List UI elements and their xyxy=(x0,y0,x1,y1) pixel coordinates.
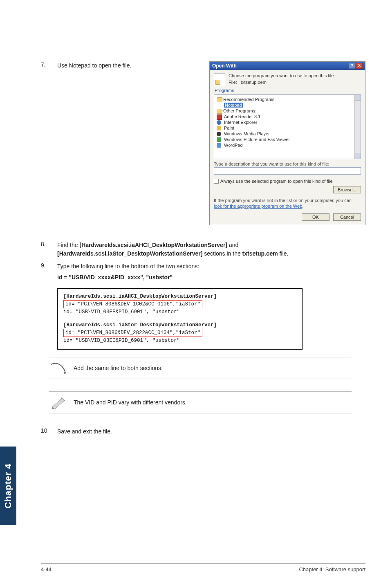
chapter-side-tab: Chapter 4 xyxy=(0,447,16,525)
description-input[interactable] xyxy=(214,167,361,175)
code-line-highlighted: id= "PCI\VEN_8086&DEV_1C02&CC_0106","iaS… xyxy=(63,300,202,308)
scrollbar[interactable] xyxy=(354,95,361,159)
always-use-checkbox[interactable] xyxy=(214,179,219,184)
code-line: id= "USB\VID_03EE&PID_6901", "usbstor" xyxy=(63,337,296,344)
program-list[interactable]: Recommended Programs: Notepad Other Prog… xyxy=(214,94,361,159)
step10-number: 10. xyxy=(41,427,57,436)
program-wordpad[interactable]: WordPad xyxy=(217,142,358,148)
program-adobe[interactable]: Adobe Reader 8.1 xyxy=(217,114,358,119)
program-notepad[interactable]: Notepad xyxy=(217,102,358,108)
pencil-icon xyxy=(49,395,68,410)
step7-text: Use Notepad to open the file. xyxy=(57,61,180,70)
note-text: Add the same line to both sections. xyxy=(74,365,163,371)
description-label: Type a description that you want to use … xyxy=(214,162,361,166)
note-text: The VID and PID vary with different vend… xyxy=(74,399,187,406)
dialog-instruction: Choose the program you want to use to op… xyxy=(229,73,335,78)
code-line: [HardwareIds.scsi.iaAHCI_DesktopWorkstat… xyxy=(63,293,296,300)
page-footer: 4-44 Chapter 4: Software support xyxy=(41,563,365,572)
recommended-programs-header: Recommended Programs: xyxy=(217,97,358,102)
program-paint[interactable]: Paint xyxy=(217,125,358,131)
web-hint-text: If the program you want is not in the li… xyxy=(214,198,352,203)
always-use-label: Always use the selected program to open … xyxy=(220,179,333,184)
program-wmp[interactable]: Windows Media Player xyxy=(217,131,358,137)
note-icon xyxy=(49,361,68,375)
open-with-dialog: Open With ? X Choose the program you wan… xyxy=(209,61,365,225)
programs-label: Programs xyxy=(215,88,361,93)
ok-button[interactable]: OK xyxy=(302,213,329,221)
step9-number: 9. xyxy=(41,262,57,282)
step7-number: 7. xyxy=(41,61,57,68)
cancel-button[interactable]: Cancel xyxy=(333,213,361,221)
dialog-title: Open With xyxy=(212,63,237,69)
step8-text: Find the [HardwareIds.scsi.iaAHCI_Deskto… xyxy=(57,241,365,258)
chapter-title: Chapter 4: Software support xyxy=(299,566,365,572)
note-block: The VID and PID vary with different vend… xyxy=(49,391,352,413)
code-line-highlighted: id= "PCI\VEN_8086&DEV_2822&CC_0104","iaS… xyxy=(63,329,202,337)
file-type-icon xyxy=(214,73,225,86)
file-name: txtsetup.oem xyxy=(241,80,267,85)
close-icon[interactable]: X xyxy=(356,63,363,69)
code-example-box: [HardwareIds.scsi.iaAHCI_DesktopWorkstat… xyxy=(57,288,303,350)
other-programs-header: Other Programs: xyxy=(217,108,358,114)
step9-text: Type the following line to the bottom of… xyxy=(57,262,365,282)
scroll-down-icon[interactable] xyxy=(355,153,361,159)
code-line: id= "USB\VID_03EE&PID_6901", "usbstor" xyxy=(63,308,296,316)
note-block: Add the same line to both sections. xyxy=(49,357,352,379)
browse-button[interactable]: Browse... xyxy=(333,186,361,193)
file-label: File: xyxy=(229,80,237,85)
web-lookup-link[interactable]: look for the appropriate program on the … xyxy=(214,204,302,209)
program-fax[interactable]: Windows Picture and Fax Viewer xyxy=(217,137,358,142)
code-line: [HardwareIds.scsi.iaStor_DesktopWorkstat… xyxy=(63,321,296,329)
step8-number: 8. xyxy=(41,241,57,258)
program-ie[interactable]: Internet Explorer xyxy=(217,119,358,125)
page-number: 4-44 xyxy=(41,566,52,572)
help-icon[interactable]: ? xyxy=(349,63,355,69)
step10-text: Save and exit the file. xyxy=(57,427,365,436)
scroll-up-icon[interactable] xyxy=(355,95,361,101)
